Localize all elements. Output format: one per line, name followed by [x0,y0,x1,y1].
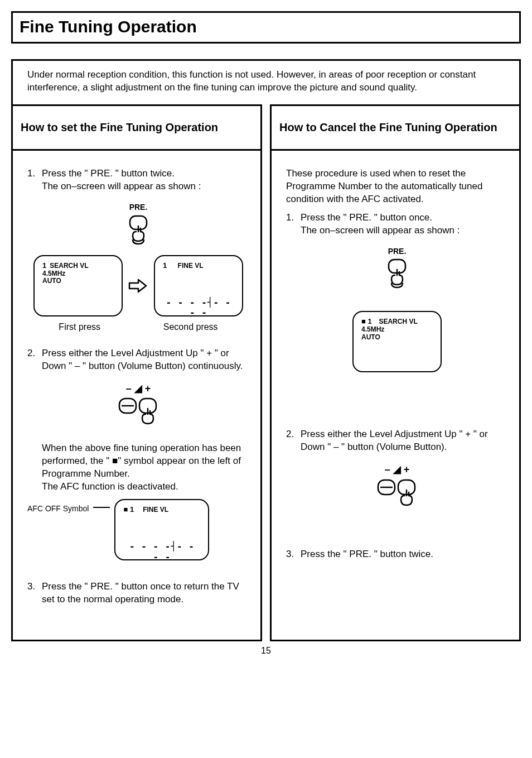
press-button-icon [383,258,411,289]
press-button-icon [124,215,152,245]
pre-label: PRE. [388,246,407,257]
afc-off-row: AFC OFF Symbol ■ 1 FINE VL - - - -┤- - -… [27,499,249,560]
volume-buttons-icon [116,396,161,428]
volume-buttons-illustration: – ◢ + [27,382,249,428]
left-step-3: 3. Press the " PRE. " button once to ret… [27,581,249,606]
screen-first-press: 1SEARCH VL 4.5MHz AUTO [33,255,123,316]
title-box: Fine Tuning Operation [11,11,521,44]
intro-text: Under normal reception condition, this f… [27,69,476,93]
page-number: 15 [11,646,521,656]
pre-button-illustration: PRE. [27,202,249,245]
slider-indicator: - - - -┤- - - - [163,298,234,304]
screens-row: 1SEARCH VL 4.5MHz AUTO 1 FINE VL - - - -… [27,255,249,316]
screen-afc-off: ■ 1 FINE VL - - - -┤- - - - [114,499,209,560]
volume-label: – ◢ + [126,382,151,395]
volume-label: – ◢ + [385,463,410,476]
left-note: When the above fine tuning operation has… [42,442,249,493]
volume-buttons-illustration: – ◢ + [286,463,508,508]
page-title: Fine Tuning Operation [20,17,512,36]
right-step-3: 3. Press the " PRE. " button twice. [286,548,508,561]
pre-button-illustration: PRE. [286,246,508,289]
right-column: How to Cancel the Fine Tuning Operation … [270,104,521,641]
pointer-line [93,507,110,508]
left-heading: How to set the Fine Tuning Operation [13,106,260,151]
pre-label: PRE. [129,202,148,213]
right-step-1: 1. Press the " PRE. " button once. The o… [286,212,508,237]
intro-box: Under normal reception condition, this f… [11,59,521,104]
screen-cancel: ■ 1 SEARCH VL 4.5MHz AUTO [352,311,442,372]
caption-row: First press Second press [27,321,249,333]
slider-indicator: - - - -┤- - - - [123,541,200,548]
left-step-2: 2. Press either the Level Adjustment Up … [27,347,249,373]
afc-off-label: AFC OFF Symbol [27,499,89,514]
left-column: How to set the Fine Tuning Operation 1. … [11,104,262,641]
right-intro: These procedure is used when to reset th… [286,167,508,206]
right-step-2: 2. Press either the Level Adjustment Up … [286,428,508,454]
arrow-right-icon [128,277,148,294]
screen-second-press: 1 FINE VL - - - -┤- - - - [154,255,243,316]
volume-buttons-icon [375,478,419,509]
left-step-1: 1. Press the " PRE. " button twice. The … [27,167,249,193]
right-heading: How to Cancel the Fine Tuning Operation [272,106,519,151]
